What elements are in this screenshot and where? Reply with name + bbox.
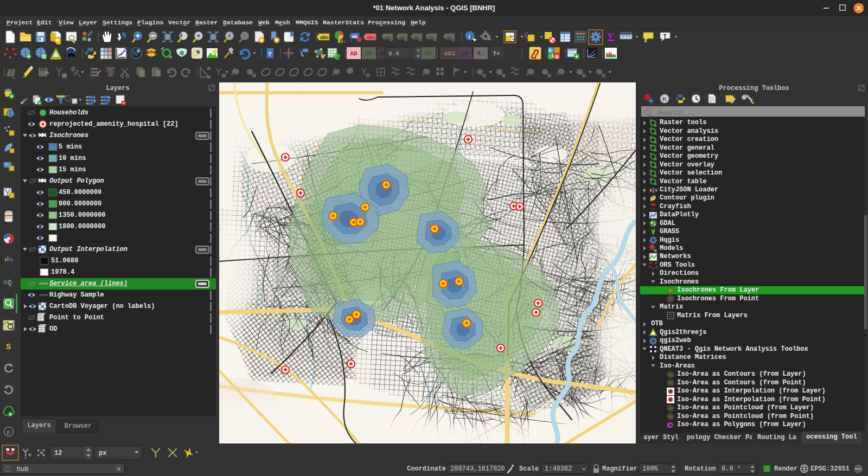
svg-text:hub: hub	[17, 466, 29, 473]
svg-text:ADJ: ADJ	[444, 50, 455, 57]
svg-text:T: T	[663, 34, 667, 40]
svg-text:SC: SC	[425, 50, 432, 57]
svg-text:HQ: HQ	[3, 279, 12, 287]
svg-text:px: px	[99, 449, 106, 457]
svg-text:Σ: Σ	[607, 30, 615, 44]
svg-text:2P: 2P	[461, 50, 469, 57]
svg-text:ab: ab	[352, 34, 358, 39]
svg-text:AD: AD	[350, 50, 358, 57]
svg-text:abc: abc	[367, 35, 375, 41]
svg-text:ab: ab	[429, 35, 434, 40]
svg-text:Search...: Search...	[658, 109, 695, 117]
svg-text:a: a	[87, 36, 91, 43]
svg-text:i: i	[469, 33, 470, 40]
svg-text:G: G	[367, 74, 369, 78]
svg-text:ab: ab	[399, 35, 405, 40]
svg-text:abc: abc	[320, 35, 329, 41]
svg-text:R: R	[662, 95, 667, 102]
svg-text:?: ?	[268, 51, 272, 57]
svg-text:0.0: 0.0	[388, 50, 399, 57]
svg-text:ab: ab	[446, 35, 452, 40]
svg-text:p: p	[7, 429, 10, 435]
svg-text:MO: MO	[365, 50, 373, 57]
svg-text:D: D	[556, 55, 559, 60]
svg-text:ab: ab	[414, 35, 419, 40]
svg-text:ab: ab	[385, 35, 390, 40]
svg-text:T+: T+	[493, 50, 500, 57]
svg-text:L: L	[552, 53, 554, 59]
svg-text:12: 12	[54, 449, 62, 457]
svg-text:T-: T-	[477, 50, 484, 57]
svg-text:S: S	[6, 343, 11, 352]
